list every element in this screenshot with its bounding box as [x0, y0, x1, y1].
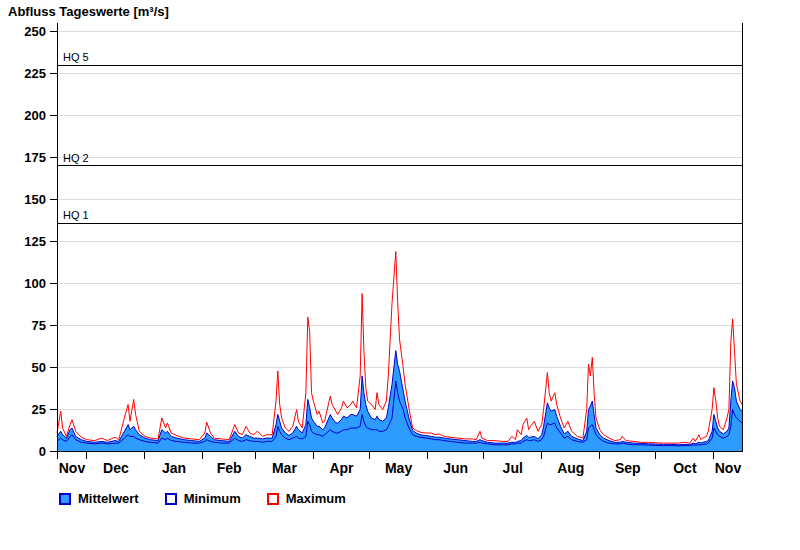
- chart-legend: Mittelwert Minimum Maximum: [59, 491, 346, 506]
- maximum-swatch-icon: [267, 493, 279, 505]
- month-label: Mar: [272, 460, 297, 476]
- legend-label-mittelwert: Mittelwert: [78, 491, 139, 506]
- y-tick-label: 225: [24, 66, 46, 81]
- legend-item-minimum: Minimum: [165, 491, 241, 506]
- discharge-chart-page: { "title": "Abfluss Tageswerte [m³/s]", …: [0, 0, 800, 550]
- month-label: Jul: [503, 460, 523, 476]
- legend-item-maximum: Maximum: [267, 491, 346, 506]
- y-tick-label: 200: [24, 108, 46, 123]
- legend-item-mittelwert: Mittelwert: [59, 491, 139, 506]
- month-label: Nov: [715, 460, 742, 476]
- month-label: Aug: [557, 460, 584, 476]
- y-tick-label: 150: [24, 192, 46, 207]
- y-tick-label: 250: [24, 24, 46, 39]
- y-tick-label: 100: [24, 276, 46, 291]
- month-label: Feb: [217, 460, 242, 476]
- month-label: Jun: [443, 460, 468, 476]
- legend-label-minimum: Minimum: [184, 491, 241, 506]
- reference-lines: HQ 5HQ 2HQ 1: [57, 51, 742, 223]
- month-label: Apr: [329, 460, 354, 476]
- y-tick-label: 50: [32, 360, 46, 375]
- reference-line-label: HQ 2: [63, 152, 89, 164]
- month-label: Jan: [162, 460, 186, 476]
- y-tick-label: 175: [24, 150, 46, 165]
- y-axis-ticks: 0255075100125150175200225250: [24, 24, 57, 459]
- legend-label-maximum: Maximum: [286, 491, 346, 506]
- gridlines: [57, 32, 742, 410]
- mittelwert-swatch-icon: [59, 493, 71, 505]
- y-tick-label: 25: [32, 402, 46, 417]
- reference-line-label: HQ 5: [63, 51, 89, 63]
- month-label: Oct: [673, 460, 697, 476]
- y-tick-label: 125: [24, 234, 46, 249]
- y-tick-label: 75: [32, 318, 46, 333]
- x-axis-ticks: NovDecJanFebMarAprMayJunJulAugSepOctNov: [57, 452, 741, 476]
- y-tick-label: 0: [39, 444, 46, 459]
- discharge-plot: HQ 5HQ 2HQ 10255075100125150175200225250…: [0, 0, 800, 550]
- series: [57, 252, 742, 452]
- month-label: May: [385, 460, 412, 476]
- reference-line-label: HQ 1: [63, 209, 89, 221]
- minimum-swatch-icon: [165, 493, 177, 505]
- month-label: Nov: [59, 460, 86, 476]
- month-label: Sep: [615, 460, 641, 476]
- month-label: Dec: [103, 460, 129, 476]
